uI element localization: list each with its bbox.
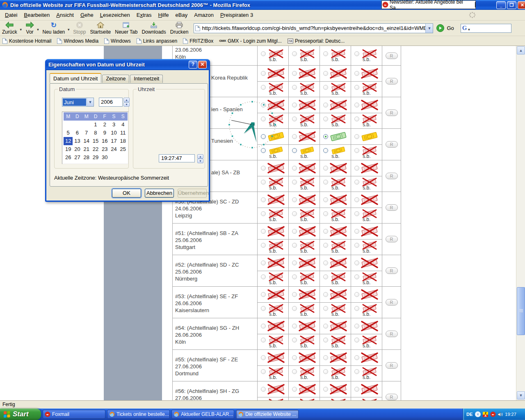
calendar-day[interactable]: 29 xyxy=(91,153,100,162)
tray-chevron-icon[interactable]: ‹ xyxy=(475,411,481,417)
menu-item-preispiraten-3[interactable]: Preispiraten 3 xyxy=(217,10,256,20)
sb-link[interactable]: s.b. xyxy=(363,249,370,253)
taskbar-button-foxmail[interactable]: Foxmail xyxy=(43,410,105,419)
calendar-day[interactable]: 18 xyxy=(119,137,128,145)
forward-dropdown[interactable]: ▼ xyxy=(37,25,40,32)
sb-link[interactable]: s.b. xyxy=(269,57,277,62)
sb-link[interactable]: s.b. xyxy=(269,91,277,96)
calendar-day[interactable]: 14 xyxy=(82,137,91,145)
menu-item-amazon[interactable]: Amazon xyxy=(191,10,217,20)
r-button[interactable]: R xyxy=(386,52,398,59)
sb-link[interactable]: s.b. xyxy=(331,154,339,159)
calendar-day[interactable]: 5 xyxy=(64,129,73,137)
r-button[interactable]: R xyxy=(386,267,398,274)
sb-link[interactable]: s.b. xyxy=(363,154,370,159)
r-button[interactable]: R xyxy=(386,299,398,306)
r-button[interactable]: R xyxy=(386,110,398,116)
bookmark-gmx-login-zum-mitgl-[interactable]: GMXGMX - Login zum Mitgl... xyxy=(219,38,282,44)
sb-link[interactable]: s.b. xyxy=(300,344,308,348)
sb-link[interactable]: s.b. xyxy=(300,154,308,159)
calendar-day[interactable]: 2 xyxy=(100,121,109,129)
sb-link[interactable]: s.b. xyxy=(300,312,308,317)
sb-link[interactable]: s.b. xyxy=(363,123,370,127)
month-dropdown-icon[interactable]: ▼ xyxy=(87,98,94,106)
taskbar-button-aktueller-gelb-alar-[interactable]: Aktueller GELB-ALAR... xyxy=(171,410,234,419)
bookmark-links-anpassen[interactable]: Links anpassen xyxy=(137,38,177,44)
sb-link[interactable]: s.b. xyxy=(363,344,370,348)
menu-item-extras[interactable]: Extras xyxy=(133,10,155,20)
menu-item-ebay[interactable]: eBay xyxy=(172,10,191,20)
dialog-titlebar[interactable]: Eigenschaften von Datum und Uhrzeit ? ✕ xyxy=(46,59,209,70)
calendar-day[interactable]: 7 xyxy=(82,129,91,137)
print-button[interactable]: Drucken xyxy=(168,21,191,36)
calendar-day[interactable]: 26 xyxy=(64,153,73,162)
menu-item-lesezeichen[interactable]: Lesezeichen xyxy=(97,10,133,20)
scroll-down-button[interactable]: ▼ xyxy=(517,391,525,399)
year-field[interactable]: 2006 xyxy=(99,98,123,107)
url-dropdown[interactable]: ▼ xyxy=(425,24,433,33)
downloads-button[interactable]: Downloads xyxy=(139,21,168,36)
sb-link[interactable]: s.b. xyxy=(300,57,308,62)
back-button[interactable]: Zurück xyxy=(0,21,19,36)
sb-link[interactable]: s.b. xyxy=(363,217,370,222)
r-button[interactable]: R xyxy=(386,331,398,337)
calendar-day[interactable]: 16 xyxy=(100,137,109,145)
start-button[interactable]: Start xyxy=(0,409,41,420)
search-engine-dropdown[interactable]: ▼ xyxy=(467,28,470,32)
ok-button[interactable]: OK xyxy=(112,189,141,198)
calendar-day[interactable]: 10 xyxy=(109,129,118,137)
tab-internetzeit[interactable]: Internetzeit xyxy=(130,75,163,83)
vertical-scrollbar[interactable]: ▲ ▼ xyxy=(516,46,525,400)
calendar-day[interactable]: 3 xyxy=(109,121,118,129)
sb-link[interactable]: s.b. xyxy=(269,281,277,285)
taskbar-button-die-offizielle-website-[interactable]: Die offizielle Website ... xyxy=(236,410,299,419)
calendar-day[interactable]: 17 xyxy=(109,137,118,145)
newtab-button[interactable]: Neuer Tab xyxy=(113,21,139,36)
calendar-day[interactable]: 8 xyxy=(91,129,100,137)
background-window-titlebar[interactable]: Newsletter: Aktuelle Angebote bei Sa... xyxy=(381,0,476,9)
zonealarm-icon[interactable]: ZA xyxy=(483,412,488,417)
time-spinner[interactable]: ▲▼ xyxy=(197,154,203,163)
home-button[interactable]: Startseite xyxy=(88,21,113,36)
calendar-day[interactable]: 28 xyxy=(82,153,91,162)
r-button[interactable]: R xyxy=(386,173,398,179)
sb-link[interactable]: s.b. xyxy=(300,375,308,380)
sb-link[interactable]: s.b. xyxy=(269,154,277,159)
language-indicator[interactable]: DE xyxy=(466,412,472,417)
menu-item-datei[interactable]: Datei xyxy=(2,10,21,20)
sb-link[interactable]: s.b. xyxy=(300,91,308,96)
ticket-radio-off[interactable] xyxy=(323,148,328,153)
month-select[interactable]: Juni ▼ xyxy=(62,98,94,107)
time-field[interactable]: 19:27:47 xyxy=(159,154,195,162)
sb-link[interactable]: s.b. xyxy=(363,57,370,62)
sb-link[interactable]: s.b. xyxy=(269,344,277,348)
tab-datum-und-uhrzeit[interactable]: Datum und Uhrzeit xyxy=(50,73,101,83)
sb-link[interactable]: s.b. xyxy=(300,186,308,190)
ticket-radio-selected[interactable] xyxy=(323,134,328,139)
volume-icon[interactable] xyxy=(498,412,503,417)
reload-dropdown[interactable]: ▼ xyxy=(67,25,70,32)
year-spinner[interactable]: ▲▼ xyxy=(123,98,130,107)
bookmark-windows-media[interactable]: Windows Media xyxy=(57,38,98,44)
menu-item-bearbeiten[interactable]: Bearbeiten xyxy=(21,10,53,20)
menu-item-hilfe[interactable]: Hilfe xyxy=(155,10,172,20)
close-button[interactable]: ✕ xyxy=(518,1,525,9)
sb-link[interactable]: s.b. xyxy=(331,375,339,380)
back-dropdown[interactable]: ▼ xyxy=(19,25,23,32)
r-button[interactable]: R xyxy=(386,78,398,84)
sb-link[interactable]: s.b. xyxy=(331,123,339,127)
calendar-day[interactable]: 1 xyxy=(91,121,100,129)
calendar-day[interactable]: 19 xyxy=(64,145,73,153)
calendar-day[interactable]: 6 xyxy=(73,129,82,137)
r-button[interactable]: R xyxy=(386,362,398,369)
r-button[interactable]: R xyxy=(386,204,398,211)
sb-link[interactable]: s.b. xyxy=(300,249,308,253)
tab-zeitzone[interactable]: Zeitzone xyxy=(102,75,129,83)
sb-link[interactable]: s.b. xyxy=(331,57,339,62)
calendar-day[interactable]: 4 xyxy=(119,121,128,129)
bookmark-kostenlose-hotmail[interactable]: Kostenlose Hotmail xyxy=(2,38,51,44)
sb-link[interactable]: s.b. xyxy=(331,217,339,222)
cancel-button[interactable]: Abbrechen xyxy=(145,189,174,198)
calendar-day[interactable]: 27 xyxy=(73,153,82,162)
calendar-day[interactable]: 13 xyxy=(73,137,82,145)
